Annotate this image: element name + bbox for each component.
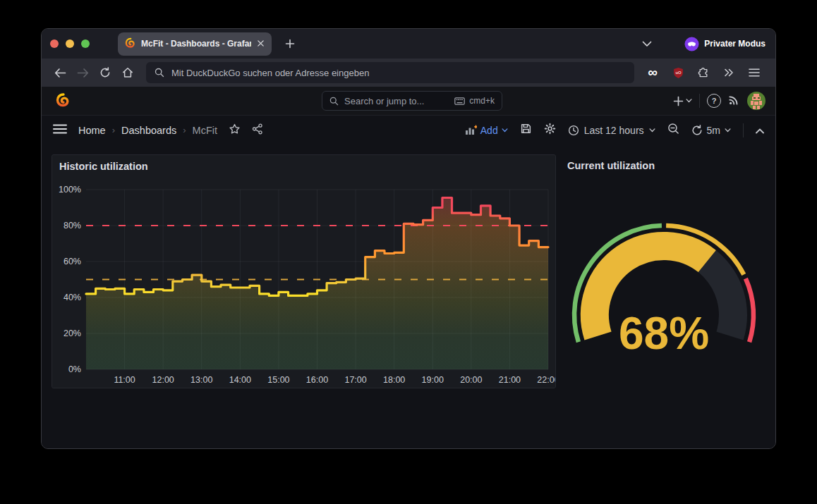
extensions-puzzle-icon[interactable] [692,62,715,83]
keyboard-icon [454,97,465,105]
back-icon[interactable] [49,62,71,83]
grafana-favicon [125,37,135,51]
close-window-button[interactable] [50,39,59,48]
time-range-label: Last 12 hours [584,125,644,136]
zoom-out-time-icon[interactable] [667,123,679,137]
breadcrumb-dashboards[interactable]: Dashboards [121,125,176,136]
minimize-window-button[interactable] [66,39,74,48]
refresh-picker[interactable]: 5m [691,125,731,136]
breadcrumb: Home › Dashboards › McFit [78,125,217,136]
browser-tab[interactable]: McFit - Dashboards - Grafana [118,32,272,56]
breadcrumb-separator: › [112,125,115,135]
clock-icon [568,125,579,136]
gauge-value-label: 68% [619,308,709,359]
y-axis-label: 80% [63,221,81,231]
chevron-down-icon [649,128,655,133]
home-icon[interactable] [116,62,139,83]
breadcrumb-current: McFit [193,125,217,136]
mega-menu-icon[interactable] [53,124,67,137]
x-axis-label: 12:00 [152,375,174,385]
overflow-chevrons-icon[interactable] [718,62,740,83]
x-axis-label: 21:00 [499,375,521,385]
x-axis-label: 14:00 [229,375,251,385]
favorite-star-icon[interactable] [229,123,241,137]
x-axis-label: 22:00 [537,375,555,385]
private-mask-icon [684,37,699,51]
user-avatar[interactable] [747,92,765,110]
x-axis-label: 19:00 [422,375,444,385]
add-button[interactable]: Add [465,125,508,136]
private-mode-badge: Privater Modus [684,37,765,51]
dashboard-settings-gear-icon[interactable] [544,123,556,137]
grafana-search-placeholder: Search or jump to... [344,96,424,106]
news-rss-icon[interactable] [728,94,740,109]
infinity-extension-icon[interactable]: ∞ [641,62,664,83]
menu-hamburger-icon[interactable] [743,62,765,83]
add-label: Add [480,125,498,136]
share-icon[interactable] [252,123,263,137]
breadcrumb-home[interactable]: Home [78,125,106,136]
grafana-header: Search or jump to... cmd+k ? [42,87,775,116]
forward-icon[interactable] [71,62,94,83]
private-mode-label: Privater Modus [704,39,765,49]
chevron-down-icon [725,128,731,133]
save-dashboard-icon[interactable] [520,123,532,137]
panel-historic-utilization[interactable]: Historic utilization [52,154,556,388]
dashboard-canvas: Historic utilization [42,145,775,449]
current-utilization-gauge: 68% [562,154,768,388]
browser-tab-bar: McFit - Dashboards - Grafana Privater Mo… [42,29,775,59]
grafana-search-input[interactable]: Search or jump to... cmd+k [322,91,502,111]
x-axis-label: 13:00 [190,375,212,385]
y-axis-label: 60% [63,257,81,266]
tab-title: McFit - Dashboards - Grafana [141,39,251,49]
time-range-picker[interactable]: Last 12 hours [568,125,655,136]
dashboard-toolbar: Home › Dashboards › McFit [42,116,775,145]
x-axis-label: 20:00 [460,375,482,385]
add-panel-icon [465,125,477,135]
divider [699,94,700,108]
zoom-window-button[interactable] [81,39,90,48]
tab-close-icon[interactable] [257,37,265,50]
chevron-down-icon [502,128,508,133]
search-icon [329,97,339,106]
y-axis-label: 40% [63,293,81,302]
y-axis-label: 100% [59,185,81,195]
refresh-interval-label: 5m [707,125,720,136]
reload-icon[interactable] [94,62,116,83]
panel-current-utilization[interactable]: Current utilization 68% [562,154,768,388]
x-axis-label: 15:00 [267,375,289,385]
y-axis-label: 20% [63,328,81,338]
urlbar-placeholder: Mit DuckDuckGo suchen oder Adresse einge… [171,68,369,78]
adblock-shield-icon[interactable]: uO [667,62,689,83]
new-tab-button[interactable] [279,33,301,54]
historic-utilization-chart: 0%20%40%60%80%100%11:0012:0013:0014:0015… [52,155,555,388]
browser-window: McFit - Dashboards - Grafana Privater Mo… [41,28,776,449]
collapse-toolbar-chevron-up-icon[interactable] [756,124,764,137]
search-shortcut: cmd+k [454,96,495,106]
window-controls [42,39,90,48]
svg-text:uO: uO [675,70,682,75]
add-new-icon[interactable] [673,96,692,106]
browser-nav-bar: Mit DuckDuckGo suchen oder Adresse einge… [42,59,775,87]
search-icon [155,68,164,78]
y-axis-label: 0% [68,364,81,374]
urlbar[interactable]: Mit DuckDuckGo suchen oder Adresse einge… [146,62,634,83]
x-axis-label: 17:00 [344,375,366,385]
help-icon[interactable]: ? [707,94,721,108]
grafana-logo[interactable] [56,92,70,110]
divider [743,123,744,137]
tab-list-chevron-down-icon[interactable] [642,37,652,50]
breadcrumb-separator: › [183,125,186,135]
x-axis-label: 18:00 [383,375,405,385]
x-axis-label: 11:00 [114,375,135,385]
x-axis-label: 16:00 [306,375,328,385]
refresh-icon [691,125,703,136]
